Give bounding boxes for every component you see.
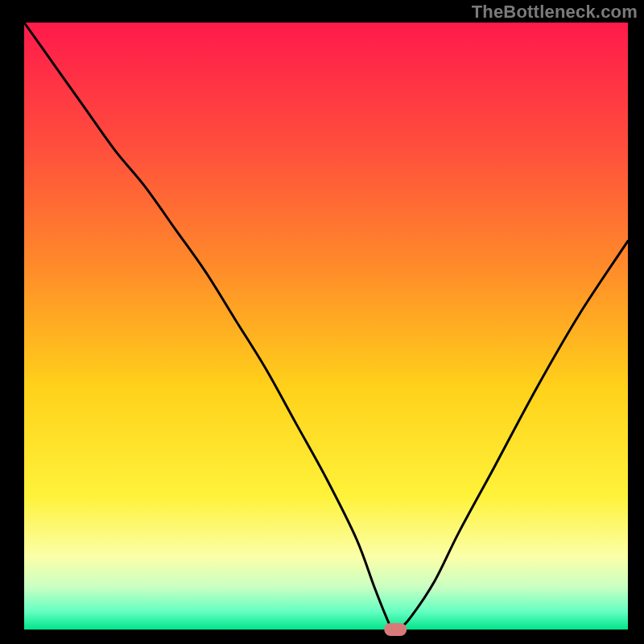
chart-svg [0, 0, 644, 644]
chart-frame [628, 0, 644, 644]
optimal-point-marker [384, 623, 407, 636]
bottleneck-chart: TheBottleneck.com [0, 0, 644, 644]
chart-frame [0, 0, 24, 644]
watermark-text: TheBottleneck.com [472, 2, 638, 23]
plot-background [24, 23, 628, 630]
chart-frame [0, 630, 644, 644]
